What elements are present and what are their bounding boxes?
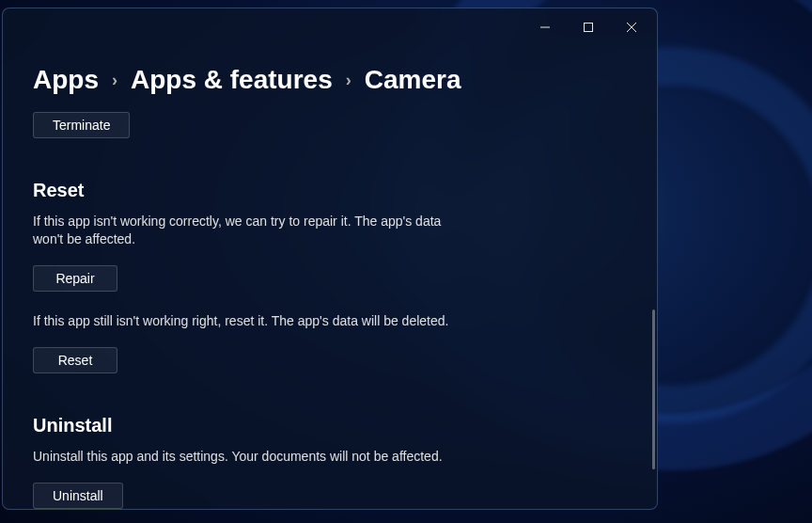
close-icon — [627, 23, 636, 32]
maximize-button[interactable] — [567, 12, 610, 42]
chevron-right-icon: › — [346, 71, 351, 90]
uninstall-button[interactable]: Uninstall — [33, 483, 123, 509]
reset-description: If this app still isn't working right, r… — [33, 312, 465, 330]
breadcrumb-current: Camera — [365, 65, 461, 95]
minimize-icon — [540, 23, 550, 32]
reset-section: Reset If this app isn't working correctl… — [33, 180, 627, 373]
breadcrumb: Apps › Apps & features › Camera — [33, 65, 627, 95]
breadcrumb-apps[interactable]: Apps — [33, 65, 99, 95]
reset-button[interactable]: Reset — [33, 347, 117, 373]
scrollbar-thumb[interactable] — [652, 309, 655, 469]
repair-description: If this app isn't working correctly, we … — [33, 213, 465, 248]
minimize-button[interactable] — [523, 12, 567, 42]
close-button[interactable] — [610, 12, 653, 42]
uninstall-description: Uninstall this app and its settings. You… — [33, 448, 465, 466]
reset-heading: Reset — [33, 180, 627, 201]
uninstall-heading: Uninstall — [33, 415, 627, 436]
svg-rect-1 — [585, 24, 593, 32]
content-area: Apps › Apps & features › Camera Terminat… — [3, 46, 657, 509]
maximize-icon — [584, 23, 593, 32]
chevron-right-icon: › — [112, 71, 117, 90]
repair-button[interactable]: Repair — [33, 265, 117, 292]
terminate-button[interactable]: Terminate — [33, 112, 130, 138]
titlebar — [3, 8, 657, 46]
uninstall-section: Uninstall Uninstall this app and its set… — [33, 415, 627, 509]
breadcrumb-apps-features[interactable]: Apps & features — [131, 65, 333, 95]
settings-window: Apps › Apps & features › Camera Terminat… — [2, 8, 658, 510]
